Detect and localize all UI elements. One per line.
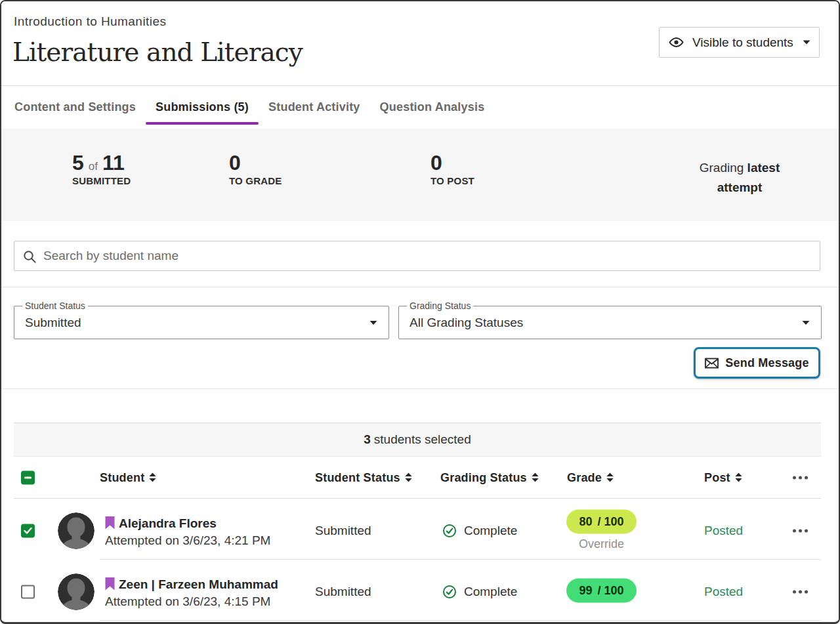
avatar [58, 512, 94, 549]
student-name-line: Zeen | Farzeen Muhammad [105, 576, 278, 593]
grading-status-value: All Grading Statuses [410, 316, 523, 330]
filters-section: Student Status Submitted Grading Status … [1, 287, 839, 389]
selected-count: 3 [364, 432, 371, 447]
selected-summary: 3 students selected [14, 423, 821, 457]
grade-cell: 80 / 100 Override [566, 509, 637, 549]
stat-to-post-label: TO POST [430, 175, 474, 186]
sort-icon [735, 473, 742, 482]
menu-cell [791, 587, 809, 596]
select-all-checkbox[interactable] [21, 470, 35, 484]
student-status-label: Student Status [22, 301, 88, 311]
search-box [14, 241, 820, 271]
grading-status-label: Complete [464, 524, 517, 538]
send-message-label: Send Message [725, 356, 808, 370]
search-section [1, 221, 839, 287]
student-cell: Alejandra Flores Attempted on 3/6/23, 4:… [105, 515, 270, 549]
stat-submitted-total: 11 [102, 151, 125, 175]
student-status-select[interactable]: Student Status Submitted [14, 306, 389, 339]
caret-down-icon [801, 320, 810, 325]
student-name-line: Alejandra Flores [105, 515, 270, 531]
check-icon [24, 527, 32, 534]
send-message-button[interactable]: Send Message [694, 347, 820, 379]
stat-submitted-count: 5 [72, 151, 84, 175]
table-row: Zeen | Farzeen Muhammad Attempted on 3/6… [14, 560, 821, 621]
tab-question-analysis[interactable]: Question Analysis [370, 86, 495, 129]
eye-icon [669, 35, 684, 50]
column-header-post[interactable]: Post [704, 470, 742, 484]
column-header-grading-status-label: Grading Status [440, 470, 527, 484]
grade-score: 80 [579, 514, 592, 528]
column-header-grade[interactable]: Grade [567, 470, 614, 484]
attempt-timestamp: Attempted on 3/6/23, 4:21 PM [105, 531, 270, 549]
caret-down-icon [369, 320, 378, 325]
menu-cell [791, 526, 809, 535]
stat-to-post: 0 TO POST [430, 152, 474, 186]
search-input[interactable] [43, 242, 811, 270]
student-status-value: Submitted [25, 316, 81, 330]
grade-max: / 100 [597, 583, 623, 597]
sort-icon [532, 473, 539, 482]
table-row: Alejandra Flores Attempted on 3/6/23, 4:… [14, 499, 821, 560]
student-status-cell: Submitted [315, 585, 371, 599]
complete-check-icon [442, 585, 457, 599]
table-options-menu-icon[interactable] [791, 473, 809, 482]
grading-status-cell: Complete [442, 585, 517, 599]
row-checkbox[interactable] [21, 585, 35, 598]
grade-cell: 99 / 100 [566, 578, 637, 602]
caret-down-icon [802, 39, 811, 45]
row-options-menu-icon[interactable] [791, 587, 809, 596]
grade-pill[interactable]: 99 / 100 [566, 578, 637, 602]
sort-icon [606, 473, 614, 482]
stat-submitted-line: 5of11 [72, 152, 131, 174]
column-header-student-status[interactable]: Student Status [315, 470, 412, 484]
tab-submissions[interactable]: Submissions (5) [146, 86, 259, 129]
student-cell: Zeen | Farzeen Muhammad Attempted on 3/6… [105, 576, 278, 610]
tab-content-and-settings[interactable]: Content and Settings [5, 86, 146, 129]
tab-student-activity[interactable]: Student Activity [259, 86, 370, 129]
table-header-row: Student Student Status Grading Status Gr… [14, 457, 821, 499]
column-header-grading-status[interactable]: Grading Status [440, 470, 539, 484]
stat-of-label: of [84, 160, 102, 173]
grading-status-label: Complete [464, 585, 517, 599]
stat-to-post-count: 0 [430, 152, 474, 174]
row-options-menu-icon[interactable] [791, 526, 809, 535]
row-checkbox[interactable] [21, 524, 35, 537]
accommodation-flag-icon [105, 516, 115, 530]
grade-score: 99 [579, 583, 592, 597]
column-header-student-status-label: Student Status [315, 470, 400, 484]
student-name-link[interactable]: Alejandra Flores [119, 515, 217, 531]
stat-submitted-label: SUBMITTED [72, 175, 131, 186]
visibility-dropdown-button[interactable]: Visible to students [659, 27, 820, 58]
student-status-cell: Submitted [315, 524, 371, 538]
course-title: Introduction to Humanities [14, 14, 166, 29]
stat-submitted: 5of11 SUBMITTED [72, 152, 131, 186]
app-window: Introduction to Humanities Literature an… [0, 0, 840, 624]
page-title: Literature and Literacy [12, 37, 303, 67]
column-header-grade-label: Grade [567, 470, 602, 484]
grade-max: / 100 [597, 514, 623, 528]
avatar [58, 573, 94, 610]
grading-status-select[interactable]: Grading Status All Grading Statuses [398, 306, 822, 339]
checkbox-cell [21, 470, 35, 484]
column-header-post-label: Post [704, 470, 730, 484]
search-icon [23, 250, 37, 264]
grade-pill[interactable]: 80 / 100 [566, 509, 637, 533]
stat-to-grade-count: 0 [229, 152, 282, 174]
grading-status-label: Grading Status [407, 301, 473, 311]
grading-note: Grading latest attempt [687, 158, 792, 198]
menu-cell [791, 473, 809, 482]
stats-band: 5of11 SUBMITTED 0 TO GRADE 0 TO POST Gra… [1, 129, 839, 221]
complete-check-icon [442, 524, 457, 538]
stat-to-grade: 0 TO GRADE [229, 152, 282, 186]
sort-icon [405, 473, 412, 482]
post-status[interactable]: Posted [704, 524, 743, 538]
stat-to-grade-label: TO GRADE [229, 175, 282, 186]
grading-note-prefix: Grading [700, 161, 747, 175]
selected-text: students selected [374, 432, 471, 447]
attempt-timestamp: Attempted on 3/6/23, 4:15 PM [105, 593, 278, 610]
student-name-link[interactable]: Zeen | Farzeen Muhammad [119, 576, 278, 593]
post-status[interactable]: Posted [704, 585, 743, 599]
column-header-student-label: Student [100, 470, 144, 484]
tab-bar: Content and Settings Submissions (5) Stu… [1, 86, 839, 129]
column-header-student[interactable]: Student [100, 470, 156, 484]
